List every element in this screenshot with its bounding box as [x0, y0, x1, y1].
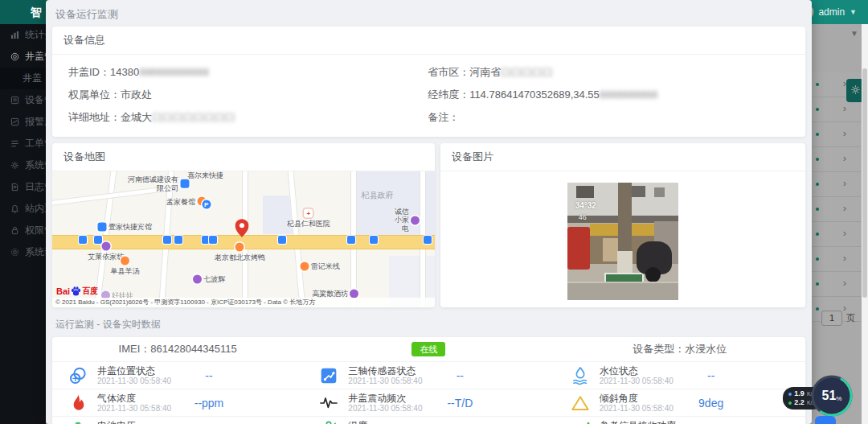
- temperature-icon: [319, 421, 338, 424]
- metric-label: 温度: [348, 420, 422, 424]
- device-info-title: 设备信息: [52, 27, 805, 55]
- poi-label: 高粱散酒坊: [312, 290, 348, 298]
- device-monitor-modal: 设备运行监测 设备信息 井盖ID：14380888888888888权属单位：市…: [46, 0, 812, 424]
- bus-stop-icon: [424, 236, 432, 244]
- status-badge: 在线: [411, 342, 445, 356]
- poi-label: 河南德诚建设有限公司: [122, 175, 178, 192]
- scrollbar-thumb[interactable]: [862, 68, 867, 298]
- metric-label: 倾斜角度: [600, 393, 674, 404]
- chat-bubble-icon[interactable]: [815, 416, 836, 424]
- metric-value: 9deg: [698, 397, 723, 410]
- username: admin: [818, 6, 845, 18]
- info-field: 省市区：河南省口口口口口: [428, 61, 805, 84]
- bus-stop-icon: [202, 236, 210, 244]
- gas-icon: [68, 393, 88, 413]
- poi-shop-icon: [350, 290, 358, 298]
- monitor-row: 电池电压2021-11-30 05:58:403.68V温度2021-11-30…: [52, 416, 805, 424]
- monitor-cell-manhole-status: 井盖位置状态2021-11-30 05:58:40--: [52, 362, 303, 389]
- poi-label: 单县羊汤: [110, 266, 139, 277]
- memory-percent-badge[interactable]: 51%: [810, 374, 854, 418]
- map-poi: 雷记米线: [301, 261, 340, 272]
- monitor-cell-battery: 电池电压2021-11-30 05:58:403.68V: [52, 417, 303, 424]
- metric-value: --T/D: [447, 397, 473, 410]
- bus-stop-icon: [163, 236, 171, 244]
- baidu-logo: Bai 百度: [56, 286, 98, 297]
- poi-label: 雷记米线: [311, 261, 340, 272]
- tilt-icon: [571, 393, 590, 413]
- poi-food-icon: [301, 262, 309, 271]
- bus-stop-icon: [79, 236, 87, 244]
- cards-row: 设备地图 Bai: [52, 143, 805, 307]
- triaxial-sensor-icon: [319, 366, 338, 385]
- metric-value: --: [457, 369, 464, 382]
- photo-watermark: 46: [579, 213, 587, 221]
- imei-row: IMEI：861428044345115 在线 设备类型：水浸水位: [52, 337, 805, 361]
- metric-label: 井盖震动频次: [348, 393, 422, 404]
- metric-timestamp: 2021-11-30 05:58:40: [97, 404, 171, 414]
- info-field: 备注：: [428, 106, 805, 129]
- monitor-cell-temperature: 温度2021-11-30 05:58:408°C: [303, 417, 554, 424]
- screen: 智 admin ▼ 统计分析井盖管理井盖设备管理报警历史工单管理系统管理日志管理…: [0, 0, 868, 424]
- metric-label: 电池电压: [97, 420, 171, 424]
- poi-food-icon: [235, 243, 244, 252]
- monitor-row: 气体浓度2021-11-30 05:58:40--ppm井盖震动频次2021-1…: [52, 389, 805, 416]
- bus-stop-icon: [278, 236, 286, 244]
- device-map-title: 设备地图: [52, 143, 435, 171]
- device-photo-title: 设备图片: [440, 143, 805, 171]
- poi-label: 杞县政府: [362, 190, 394, 201]
- monitor-row: 井盖位置状态2021-11-30 05:58:40--三轴传感器状态2021-1…: [52, 361, 805, 389]
- bus-stop-icon: [174, 236, 182, 244]
- device-info-fields: 井盖ID：14380888888888888权属单位：市政处详细地址：金城大口口…: [52, 55, 805, 137]
- map-poi: 喜尔来快捷: [187, 171, 223, 181]
- monitor-cell-gas: 气体浓度2021-11-30 05:58:40--ppm: [52, 389, 303, 416]
- map-poi: 七波辉: [193, 274, 225, 284]
- photo-body: 34°32 46: [440, 171, 805, 307]
- poi-food-icon: [121, 257, 129, 266]
- poi-shop-icon: [193, 274, 202, 283]
- water-level-icon: [571, 366, 590, 385]
- poi-hospital-icon: +: [304, 209, 313, 218]
- poi-label: 七波辉: [203, 274, 225, 284]
- device-info-card: 设备信息 井盖ID：14380888888888888权属单位：市政处详细地址：…: [52, 27, 805, 137]
- monitor-grid: 井盖位置状态2021-11-30 05:58:40--三轴传感器状态2021-1…: [52, 361, 805, 424]
- bus-stop-icon: [347, 236, 355, 244]
- info-field: 详细地址：金城大口口口口口口口口: [68, 106, 421, 129]
- poi-shop-icon: [101, 241, 110, 250]
- map-poi: 孟家餐馆: [166, 197, 206, 206]
- imei: IMEI：861428044345115: [52, 342, 303, 356]
- poi-label: 诚信小家电: [389, 208, 409, 233]
- device-photo[interactable]: 34°32 46: [567, 183, 678, 300]
- poi-label: 老京都北京烤鸭: [215, 253, 265, 263]
- vibration-icon: [319, 393, 338, 413]
- map-poi: 单县羊汤: [110, 257, 139, 277]
- photo-pavement: [567, 282, 678, 300]
- battery-icon: [68, 421, 88, 424]
- app-logo-text: 智: [31, 6, 44, 19]
- info-right: 省市区：河南省口口口口口经纬度：114.78641470352689,34.55…: [421, 61, 805, 129]
- upload-dot-icon: [788, 393, 792, 396]
- monitor-cell-triaxial-sensor: 三轴传感器状态2021-11-30 05:58:40--: [303, 362, 554, 389]
- metric-timestamp: 2021-11-30 05:58:40: [600, 404, 674, 414]
- chevron-down-icon: ▼: [850, 8, 857, 16]
- scrollbar[interactable]: [862, 24, 868, 424]
- metric-value: --ppm: [194, 397, 224, 410]
- device-map-card: 设备地图 Bai: [52, 143, 435, 307]
- poi-label: 杞县仁和医院: [287, 219, 330, 229]
- metric-timestamp: 2021-11-30 05:58:40: [348, 404, 422, 414]
- download-dot-icon: [788, 401, 792, 405]
- net-speed-widget[interactable]: 1.9K/s 2.2K/s 51%: [768, 371, 857, 424]
- metric-label: 气体浓度: [97, 393, 171, 404]
- map-poi: 老京都北京烤鸭: [215, 243, 265, 263]
- map-poi: 杞县政府: [362, 190, 394, 201]
- photo-watermark: 34°32: [575, 201, 596, 210]
- map-poi: +杞县仁和医院: [287, 209, 330, 229]
- map-poi: 诚信小家电: [389, 208, 420, 233]
- map-poi: P: [202, 200, 212, 208]
- metric-label: 井盖位置状态: [97, 365, 171, 377]
- info-field: 权属单位：市政处: [68, 84, 421, 106]
- info-field: 井盖ID：14380888888888888: [68, 61, 421, 84]
- realtime-data-card: IMEI：861428044345115 在线 设备类型：水浸水位 井盖位置状态…: [52, 337, 805, 424]
- baidu-paw-icon: [71, 286, 81, 296]
- map-body[interactable]: Bai 百度 © 2021 Baidu - GS(2021)6026号 - 甲测…: [52, 171, 435, 307]
- metric-label: 参考信号接收功率: [600, 420, 677, 424]
